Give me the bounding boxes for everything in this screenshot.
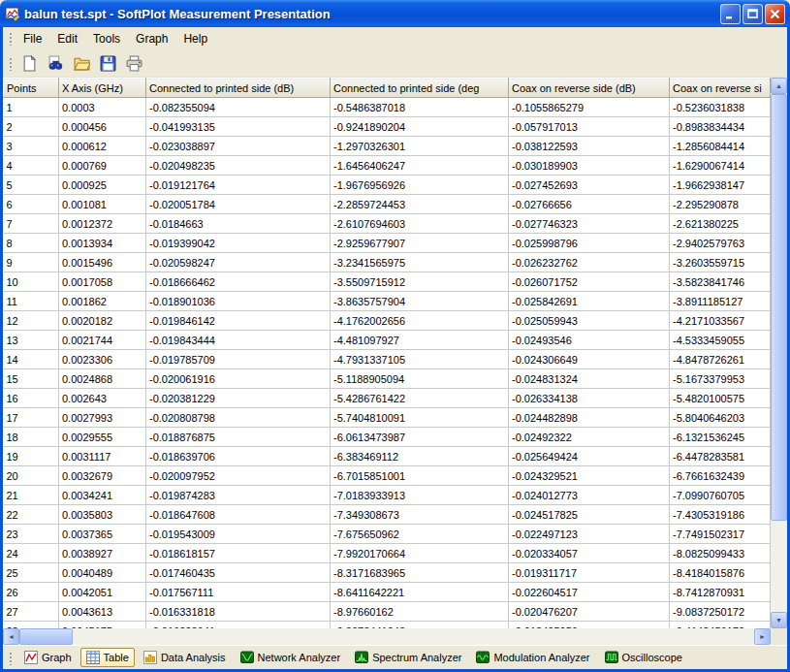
- find-button[interactable]: [43, 51, 68, 76]
- coax-db-cell[interactable]: -0.024329521: [509, 466, 670, 486]
- points-cell[interactable]: 15: [4, 369, 59, 389]
- printed-deg-cell[interactable]: -5.7404810091: [331, 408, 509, 428]
- printed-db-cell[interactable]: -0.020598247: [146, 253, 331, 272]
- tab-modulation-analyzer[interactable]: Modulation Analyzer: [470, 648, 595, 667]
- x-axis-cell[interactable]: 0.001081: [59, 195, 146, 214]
- printed-deg-cell[interactable]: -5.4286761422: [331, 389, 509, 408]
- x-axis-cell[interactable]: 0.000769: [59, 156, 146, 176]
- printed-db-cell[interactable]: -0.020808798: [146, 408, 331, 428]
- coax-db-cell[interactable]: -0.026334138: [509, 389, 670, 408]
- x-axis-cell[interactable]: 0.0013934: [59, 234, 146, 253]
- x-axis-cell[interactable]: 0.0042051: [59, 583, 146, 602]
- printed-db-cell[interactable]: -0.018639706: [146, 447, 331, 466]
- coax-deg-cell[interactable]: -8.4184015876: [670, 563, 771, 583]
- printed-deg-cell[interactable]: -9.3073441843: [331, 622, 509, 629]
- points-cell[interactable]: 7: [4, 214, 59, 234]
- printed-deg-cell[interactable]: -3.8635757904: [331, 292, 509, 311]
- coax-db-cell[interactable]: -0.057917013: [509, 117, 670, 137]
- coax-db-cell[interactable]: -0.024482898: [509, 408, 670, 428]
- x-axis-cell[interactable]: 0.0032679: [59, 466, 146, 486]
- points-cell[interactable]: 12: [4, 311, 59, 331]
- x-axis-cell[interactable]: 0.0015496: [59, 253, 146, 272]
- printed-db-cell[interactable]: -0.019121764: [146, 176, 331, 195]
- points-cell[interactable]: 25: [4, 563, 59, 583]
- printed-db-cell[interactable]: -0.019399042: [146, 234, 331, 253]
- close-button[interactable]: [765, 4, 785, 24]
- coax-deg-cell[interactable]: -6.1321536245: [670, 428, 771, 447]
- printed-deg-cell[interactable]: -7.0183933913: [331, 486, 509, 505]
- printed-db-cell[interactable]: -0.018618157: [146, 544, 331, 563]
- coax-db-cell[interactable]: -0.024012773: [509, 486, 670, 505]
- scroll-up-button[interactable]: ▲: [771, 78, 787, 94]
- printed-db-cell[interactable]: -0.0184663: [146, 214, 331, 234]
- points-cell[interactable]: 2: [4, 117, 59, 137]
- menu-help[interactable]: Help: [175, 29, 215, 48]
- points-cell[interactable]: 6: [4, 195, 59, 214]
- coax-deg-cell[interactable]: -0.5236031838: [670, 98, 771, 117]
- printed-db-cell[interactable]: -0.019843444: [146, 331, 331, 350]
- tabbar-grip[interactable]: [8, 651, 13, 665]
- points-cell[interactable]: 27: [4, 602, 59, 622]
- menu-tools[interactable]: Tools: [85, 29, 128, 48]
- coax-db-cell[interactable]: -0.027746323: [509, 214, 670, 234]
- printed-db-cell[interactable]: -0.019785709: [146, 350, 331, 369]
- printed-deg-cell[interactable]: -6.7015851001: [331, 466, 509, 486]
- printed-deg-cell[interactable]: -7.9920170664: [331, 544, 509, 563]
- coax-db-cell[interactable]: -0.026232762: [509, 253, 670, 272]
- printed-deg-cell[interactable]: -4.481097927: [331, 331, 509, 350]
- printed-db-cell[interactable]: -0.082355094: [146, 98, 331, 117]
- printed-deg-cell[interactable]: -0.5486387018: [331, 98, 509, 117]
- coax-db-cell[interactable]: -0.030189903: [509, 156, 670, 176]
- coax-deg-cell[interactable]: -7.7491502317: [670, 525, 771, 544]
- coax-db-cell[interactable]: -0.02766656: [509, 195, 670, 214]
- points-cell[interactable]: 28: [4, 622, 59, 629]
- printed-deg-cell[interactable]: -1.6456406247: [331, 156, 509, 176]
- coax-db-cell[interactable]: -0.020476207: [509, 602, 670, 622]
- x-axis-cell[interactable]: 0.000925: [59, 176, 146, 195]
- coax-db-cell[interactable]: -0.018495056: [509, 622, 670, 629]
- column-header-points[interactable]: Points: [4, 79, 59, 98]
- printed-db-cell[interactable]: -0.019874283: [146, 486, 331, 505]
- x-axis-cell[interactable]: 0.0027993: [59, 408, 146, 428]
- printed-deg-cell[interactable]: -4.1762002656: [331, 311, 509, 331]
- coax-deg-cell[interactable]: -7.4305319186: [670, 505, 771, 525]
- open-button[interactable]: [69, 51, 94, 76]
- coax-db-cell[interactable]: -0.024517825: [509, 505, 670, 525]
- scroll-left-button[interactable]: ◄: [3, 628, 19, 645]
- column-header-printed-deg[interactable]: Connected to printed side (deg: [331, 79, 509, 98]
- printed-deg-cell[interactable]: -1.2970326301: [331, 137, 509, 156]
- points-cell[interactable]: 11: [4, 292, 59, 311]
- points-cell[interactable]: 1: [4, 98, 59, 117]
- coax-deg-cell[interactable]: -3.8911185127: [670, 292, 771, 311]
- printed-deg-cell[interactable]: -3.2341565975: [331, 253, 509, 272]
- points-cell[interactable]: 8: [4, 234, 59, 253]
- menu-file[interactable]: File: [16, 29, 49, 48]
- printed-deg-cell[interactable]: -1.9676956926: [331, 176, 509, 195]
- coax-deg-cell[interactable]: -8.7412870931: [670, 583, 771, 602]
- column-header-x-axis[interactable]: X Axis (GHz): [59, 79, 146, 98]
- points-cell[interactable]: 9: [4, 253, 59, 272]
- x-axis-cell[interactable]: 0.000612: [59, 137, 146, 156]
- coax-deg-cell[interactable]: -0.8983834434: [670, 117, 771, 137]
- printed-deg-cell[interactable]: -0.9241890204: [331, 117, 509, 137]
- coax-deg-cell[interactable]: -1.6290067414: [670, 156, 771, 176]
- printed-db-cell[interactable]: -0.019543009: [146, 525, 331, 544]
- save-button[interactable]: [95, 51, 120, 76]
- horizontal-scroll-track[interactable]: [73, 628, 754, 645]
- tab-oscilloscope[interactable]: Oscilloscope: [599, 648, 688, 667]
- tab-network-analyzer[interactable]: Network Analyzer: [235, 648, 347, 667]
- menu-grip[interactable]: [8, 31, 13, 46]
- coax-deg-cell[interactable]: -1.2856084414: [670, 137, 771, 156]
- printed-db-cell[interactable]: -0.020061916: [146, 369, 331, 389]
- points-cell[interactable]: 20: [4, 466, 59, 486]
- printed-db-cell[interactable]: -0.020097952: [146, 466, 331, 486]
- x-axis-cell[interactable]: 0.0003: [59, 98, 146, 117]
- coax-db-cell[interactable]: -0.026071752: [509, 272, 670, 292]
- printed-db-cell[interactable]: -0.018666462: [146, 272, 331, 292]
- points-cell[interactable]: 13: [4, 331, 59, 350]
- printed-db-cell[interactable]: -0.016331818: [146, 602, 331, 622]
- coax-db-cell[interactable]: -0.1055865279: [509, 98, 670, 117]
- printed-deg-cell[interactable]: -4.7931337105: [331, 350, 509, 369]
- coax-deg-cell[interactable]: -7.0990760705: [670, 486, 771, 505]
- coax-db-cell[interactable]: -0.022497123: [509, 525, 670, 544]
